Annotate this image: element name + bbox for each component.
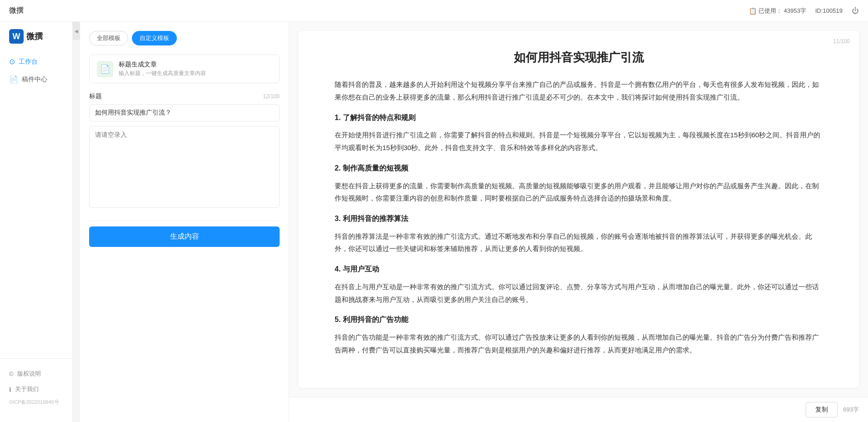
logo-w-letter: W — [13, 32, 20, 41]
btn-custom-templates[interactable]: 自定义模板 — [132, 31, 177, 45]
article-section-content: 抖音的推荐算法是一种非常有效的推广引流方式。通过不断地发布和分享自己的短视频，你… — [335, 230, 823, 256]
form-count: 12/100 — [263, 93, 280, 100]
article-container: 11/100 如何用抖音实现推广引流 随着抖音的普及，越来越多的人开始利用这个短… — [298, 31, 859, 388]
topbar-right: 📋 已使用： 43953字 ID:100519 ⏻ — [749, 7, 859, 15]
sidebar-nav: ⊙ 工作台 📄 稿件中心 — [0, 53, 72, 358]
about-label: 关于我们 — [15, 385, 39, 393]
article-bottom-bar: 复制 693字 — [289, 397, 868, 422]
article-section-content: 要想在抖音上获得更多的流量，你需要制作高质量的短视频。高质量的短视频能够吸引更多… — [335, 180, 823, 205]
article-section-heading: 5. 利用抖音的广告功能 — [335, 313, 823, 327]
copyright-icon: © — [9, 371, 14, 377]
topbar-title: 微撰 — [9, 6, 24, 15]
usage-label: 已使用： — [758, 7, 782, 15]
article-section-heading: 2. 制作高质量的短视频 — [335, 161, 823, 175]
about-icon: ℹ — [9, 386, 11, 393]
power-icon[interactable]: ⏻ — [852, 7, 859, 15]
chevron-left-icon: ◀ — [75, 29, 78, 34]
sidebar-item-label-workbench: 工作台 — [19, 58, 38, 66]
template-card[interactable]: 📄 标题生成文章 输入标题，一键生成高质量文章内容 — [89, 55, 280, 83]
template-card-desc: 输入标题，一键生成高质量文章内容 — [119, 70, 272, 77]
usage-icon: 📋 — [749, 7, 757, 15]
sidebar-collapse-arrow[interactable]: ◀ — [73, 22, 80, 40]
sidebar-copyright[interactable]: © 版权说明 — [0, 366, 72, 382]
template-icon-symbol: 📄 — [100, 64, 110, 74]
article-section-content: 在开始使用抖音进行推广引流之前，你需要了解抖音的特点和规则。抖音是一个短视频分享… — [335, 129, 823, 154]
content-area: 全部模板 自定义模板 📄 标题生成文章 输入标题，一键生成高质量文章内容 标题 … — [80, 22, 868, 422]
sidebar-about[interactable]: ℹ 关于我们 — [0, 382, 72, 397]
content-textarea[interactable] — [89, 126, 280, 208]
article-title: 如何用抖音实现推广引流 — [335, 49, 823, 65]
template-card-icon: 📄 — [97, 61, 113, 77]
user-id: ID:100519 — [815, 7, 843, 14]
logo-icon: W — [9, 29, 24, 44]
manuscripts-icon: 📄 — [9, 75, 18, 84]
divider — [89, 221, 280, 221]
copy-button[interactable]: 复制 — [806, 402, 838, 417]
article-section-content: 抖音的广告功能是一种非常有效的推广引流方式。你可以通过广告投放来让更多的人看到你… — [335, 331, 823, 357]
workbench-icon: ⊙ — [9, 57, 15, 66]
article-paragraph: 随着抖音的普及，越来越多的人开始利用这个短视频分享平台来推广自己的产品或服务。抖… — [335, 78, 823, 104]
form-label-row: 标题 12/100 — [89, 92, 280, 100]
icp-text: ©ICP备2022016846号 — [0, 397, 72, 407]
logo-text: 微撰 — [26, 31, 43, 42]
left-panel: 全部模板 自定义模板 📄 标题生成文章 输入标题，一键生成高质量文章内容 标题 … — [80, 22, 289, 422]
article-section-heading: 1. 了解抖音的特点和规则 — [335, 111, 823, 125]
article-section-heading: 3. 利用抖音的推荐算法 — [335, 212, 823, 226]
template-card-info: 标题生成文章 输入标题，一键生成高质量文章内容 — [119, 60, 272, 77]
article-body: 随着抖音的普及，越来越多的人开始利用这个短视频分享平台来推广自己的产品或服务。抖… — [335, 78, 823, 356]
sidebar-logo: W 微撰 — [0, 29, 72, 53]
article-page-num: 11/100 — [833, 38, 850, 45]
right-panel: 11/100 如何用抖音实现推广引流 随着抖音的普及，越来越多的人开始利用这个短… — [289, 22, 868, 422]
topbar-left: 微撰 — [9, 6, 24, 15]
template-card-title: 标题生成文章 — [119, 60, 272, 69]
form-label: 标题 — [89, 92, 102, 100]
usage-count: 43953字 — [784, 7, 806, 15]
template-buttons: 全部模板 自定义模板 — [89, 31, 280, 45]
copyright-label: 版权说明 — [17, 370, 41, 378]
word-count: 693字 — [843, 406, 859, 414]
sidebar-bottom: © 版权说明 ℹ 关于我们 ©ICP备2022016846号 — [0, 358, 72, 415]
article-section-content: 在抖音上与用户互动是一种非常有效的推广引流方式。你可以通过回复评论、点赞、分享等… — [335, 281, 823, 306]
title-input[interactable] — [89, 104, 280, 121]
sidebar: W 微撰 ⊙ 工作台 📄 稿件中心 © 版权说明 ℹ 关于我们 ©ICP备2 — [0, 22, 73, 422]
sidebar-item-label-manuscripts: 稿件中心 — [22, 75, 47, 84]
generate-button[interactable]: 生成内容 — [89, 226, 280, 247]
article-section-heading: 4. 与用户互动 — [335, 262, 823, 276]
sidebar-item-manuscripts[interactable]: 📄 稿件中心 — [0, 70, 72, 88]
topbar: 微撰 📋 已使用： 43953字 ID:100519 ⏻ — [0, 0, 868, 22]
sidebar-item-workbench[interactable]: ⊙ 工作台 — [0, 53, 72, 70]
btn-all-templates[interactable]: 全部模板 — [89, 31, 128, 45]
topbar-usage: 📋 已使用： 43953字 — [749, 7, 806, 15]
main-layout: W 微撰 ⊙ 工作台 📄 稿件中心 © 版权说明 ℹ 关于我们 ©ICP备2 — [0, 22, 868, 422]
